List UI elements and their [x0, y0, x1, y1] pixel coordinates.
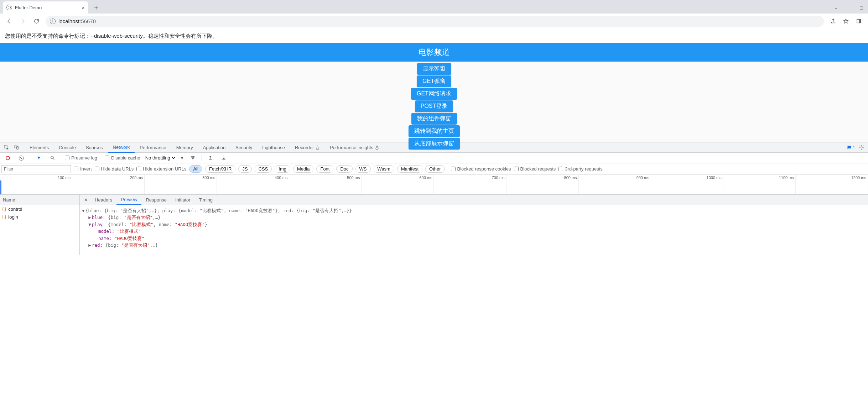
- type-pill-fetch[interactable]: Fetch/XHR: [205, 165, 236, 173]
- type-pill-css[interactable]: CSS: [255, 165, 272, 173]
- svg-point-6: [51, 156, 53, 159]
- detail-tab-preview[interactable]: Preview: [116, 195, 141, 205]
- tab-recorder[interactable]: Recorder: [290, 142, 325, 153]
- globe-icon: [6, 5, 12, 10]
- tab-elements[interactable]: Elements: [25, 142, 54, 153]
- inspect-element-icon[interactable]: [1, 142, 11, 152]
- throttling-select[interactable]: No throttling: [144, 155, 176, 161]
- request-row[interactable]: {;} login: [0, 213, 79, 221]
- json-file-icon: {;}: [2, 206, 6, 211]
- tab-perf-insights[interactable]: Performance insights: [325, 142, 384, 153]
- filter-toggle-icon[interactable]: [34, 153, 44, 163]
- wifi-icon[interactable]: [188, 153, 198, 163]
- address-bar[interactable]: i localhost:56670: [46, 16, 824, 27]
- appbar-title: 电影频道: [419, 47, 450, 58]
- button-stack: 显示弹窗 GET弹窗 GET网络请求 POST登录 我的组件弹窗 跳转到我的主页…: [409, 63, 460, 150]
- blocked-requests-checkbox[interactable]: Blocked requests: [514, 166, 556, 172]
- detail-tab-timing[interactable]: Timing: [195, 195, 217, 205]
- svg-point-5: [861, 147, 862, 148]
- invert-checkbox[interactable]: Invert: [74, 166, 92, 172]
- disable-cache-checkbox[interactable]: Disable cache: [105, 155, 140, 161]
- url-text: localhost:56670: [58, 18, 96, 24]
- expand-arrow-icon[interactable]: ▼: [88, 221, 92, 228]
- tab-memory[interactable]: Memory: [171, 142, 198, 153]
- third-party-checkbox[interactable]: 3rd-party requests: [558, 166, 603, 172]
- tab-sources[interactable]: Sources: [81, 142, 108, 153]
- detail-tab-initiator[interactable]: Initiator: [171, 195, 195, 205]
- reload-button[interactable]: [31, 16, 42, 27]
- post-login-button[interactable]: POST登录: [415, 100, 453, 112]
- expand-arrow-icon[interactable]: ▶: [88, 242, 92, 248]
- chevron-down-icon[interactable]: ⌄: [832, 5, 839, 10]
- type-pill-ws[interactable]: WS: [355, 165, 371, 173]
- expand-arrow-icon[interactable]: ▶: [88, 214, 92, 221]
- preserve-log-checkbox[interactable]: Preserve log: [65, 155, 97, 161]
- flutter-body: 显示弹窗 GET弹窗 GET网络请求 POST登录 我的组件弹窗 跳转到我的主页…: [0, 62, 868, 142]
- network-detail-area: Name {;} control {;} login × Headers Pre…: [0, 195, 868, 255]
- side-panel-icon[interactable]: [853, 16, 864, 27]
- tab-performance[interactable]: Performance: [135, 142, 171, 153]
- browser-tab-strip: Flutter Demo × ＋ ⌄ — ◻: [0, 0, 868, 14]
- chevron-down-icon[interactable]: ▼: [180, 155, 184, 161]
- svg-point-7: [193, 159, 193, 160]
- site-info-icon[interactable]: i: [50, 19, 56, 24]
- my-widget-dialog-button[interactable]: 我的组件弹窗: [411, 113, 457, 125]
- window-maximize-icon[interactable]: ◻: [858, 5, 864, 10]
- flutter-appbar: 电影频道: [0, 43, 868, 62]
- request-list-header[interactable]: Name: [0, 195, 79, 205]
- bottom-sheet-button[interactable]: 从底部展示弹窗: [409, 138, 460, 150]
- type-pill-manifest[interactable]: Manifest: [397, 165, 422, 173]
- type-pill-doc[interactable]: Doc: [336, 165, 352, 173]
- browser-tab[interactable]: Flutter Demo ×: [3, 1, 88, 14]
- close-detail-icon[interactable]: ×: [81, 197, 90, 203]
- bookmark-star-icon[interactable]: [840, 16, 852, 27]
- expand-arrow-icon[interactable]: ▼: [81, 207, 85, 214]
- blocked-cookies-checkbox[interactable]: Blocked response cookies: [451, 166, 511, 172]
- network-timeline[interactable]: 100 ms 200 ms 300 ms 400 ms 500 ms 600 m…: [0, 175, 868, 195]
- type-pill-font[interactable]: Font: [316, 165, 333, 173]
- hide-data-urls-checkbox[interactable]: Hide data URLs: [95, 166, 134, 172]
- share-icon[interactable]: [827, 16, 839, 27]
- hide-ext-urls-checkbox[interactable]: Hide extension URLs: [136, 166, 186, 172]
- search-icon[interactable]: [47, 153, 57, 163]
- filter-input[interactable]: [1, 165, 71, 173]
- type-pill-all[interactable]: All: [189, 165, 202, 173]
- tab-network[interactable]: Network: [108, 142, 135, 153]
- new-tab-button[interactable]: ＋: [91, 2, 101, 12]
- detail-tab-response[interactable]: Response: [141, 195, 171, 205]
- window-controls: ⌄ — ◻: [832, 1, 868, 14]
- console-message-badge[interactable]: 1: [847, 145, 855, 150]
- tab-console[interactable]: Console: [54, 142, 81, 153]
- clear-button[interactable]: [16, 153, 26, 163]
- window-minimize-icon[interactable]: —: [845, 5, 852, 10]
- record-button[interactable]: [3, 153, 13, 163]
- flask-icon: [315, 145, 320, 150]
- tab-application[interactable]: Application: [198, 142, 231, 153]
- forward-button[interactable]: [17, 16, 28, 27]
- security-warning-bar: 您使用的是不受支持的命令行标记：--disable-web-security。稳…: [0, 29, 868, 43]
- tab-lighthouse[interactable]: Lighthouse: [257, 142, 290, 153]
- type-pill-wasm[interactable]: Wasm: [374, 165, 394, 173]
- json-preview-tree[interactable]: ▼{blue: {big: "是否有大招",…}, play: {model: …: [80, 205, 868, 251]
- back-button[interactable]: [4, 16, 15, 27]
- type-pill-js[interactable]: JS: [238, 165, 251, 173]
- tab-security[interactable]: Security: [230, 142, 257, 153]
- get-request-button[interactable]: GET网络请求: [411, 88, 457, 100]
- detail-tab-headers[interactable]: Headers: [90, 195, 116, 205]
- type-pill-media[interactable]: Media: [293, 165, 313, 173]
- browser-toolbar: i localhost:56670: [0, 14, 868, 29]
- type-pill-other[interactable]: Other: [425, 165, 445, 173]
- tab-title: Flutter Demo: [15, 5, 42, 10]
- request-row[interactable]: {;} control: [0, 205, 79, 213]
- type-pill-img[interactable]: Img: [275, 165, 290, 173]
- network-controls-row: Preserve log Disable cache No throttling…: [0, 153, 868, 163]
- show-dialog-button[interactable]: 显示弹窗: [417, 63, 451, 75]
- device-toolbar-icon[interactable]: [11, 142, 21, 152]
- close-icon[interactable]: ×: [82, 5, 85, 11]
- download-har-icon[interactable]: [219, 153, 229, 163]
- upload-har-icon[interactable]: [206, 153, 215, 163]
- get-dialog-button[interactable]: GET弹窗: [417, 75, 451, 87]
- json-file-icon: {;}: [2, 214, 6, 219]
- goto-homepage-button[interactable]: 跳转到我的主页: [409, 125, 460, 137]
- settings-gear-icon[interactable]: [857, 142, 867, 152]
